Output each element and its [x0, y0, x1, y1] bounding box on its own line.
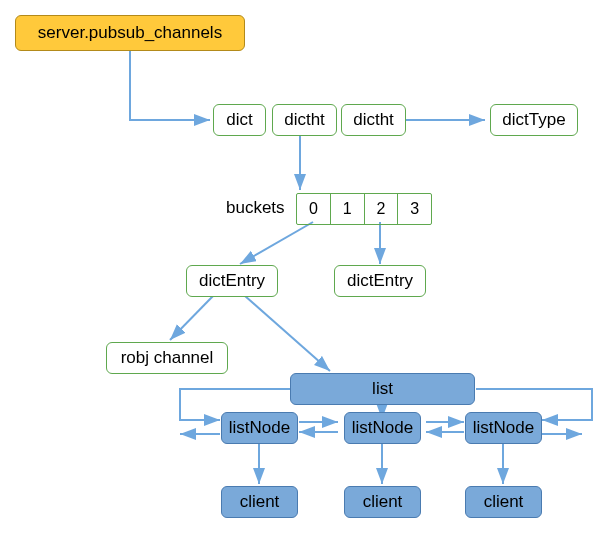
listnode2-label: listNode [352, 418, 413, 438]
list-node: list [290, 373, 475, 405]
client3-node: client [465, 486, 542, 518]
client2-label: client [363, 492, 403, 512]
robj-node: robj channel [106, 342, 228, 374]
bucket-0: 0 [297, 194, 331, 224]
listnode3: listNode [465, 412, 542, 444]
dictht1-label: dictht [284, 110, 325, 130]
bucket-1: 1 [331, 194, 365, 224]
dict-node: dict [213, 104, 266, 136]
dictentry2-label: dictEntry [347, 271, 413, 291]
root-label: server.pubsub_channels [38, 23, 222, 43]
listnode2: listNode [344, 412, 421, 444]
dictht2-label: dictht [353, 110, 394, 130]
bucket-3: 3 [398, 194, 431, 224]
dict-label: dict [226, 110, 252, 130]
dictentry2-node: dictEntry [334, 265, 426, 297]
root-node: server.pubsub_channels [15, 15, 245, 51]
dictht2-node: dictht [341, 104, 406, 136]
dicttype-node: dictType [490, 104, 578, 136]
client1-node: client [221, 486, 298, 518]
dictht1-node: dictht [272, 104, 337, 136]
client2-node: client [344, 486, 421, 518]
dictentry1-node: dictEntry [186, 265, 278, 297]
robj-label: robj channel [121, 348, 214, 368]
dicttype-label: dictType [502, 110, 565, 130]
listnode1-label: listNode [229, 418, 290, 438]
client1-label: client [240, 492, 280, 512]
bucket-2: 2 [365, 194, 399, 224]
dictentry1-label: dictEntry [199, 271, 265, 291]
listnode3-label: listNode [473, 418, 534, 438]
buckets-row: 0 1 2 3 [296, 193, 432, 225]
listnode1: listNode [221, 412, 298, 444]
buckets-label: buckets [226, 198, 285, 218]
list-label: list [372, 379, 393, 399]
client3-label: client [484, 492, 524, 512]
